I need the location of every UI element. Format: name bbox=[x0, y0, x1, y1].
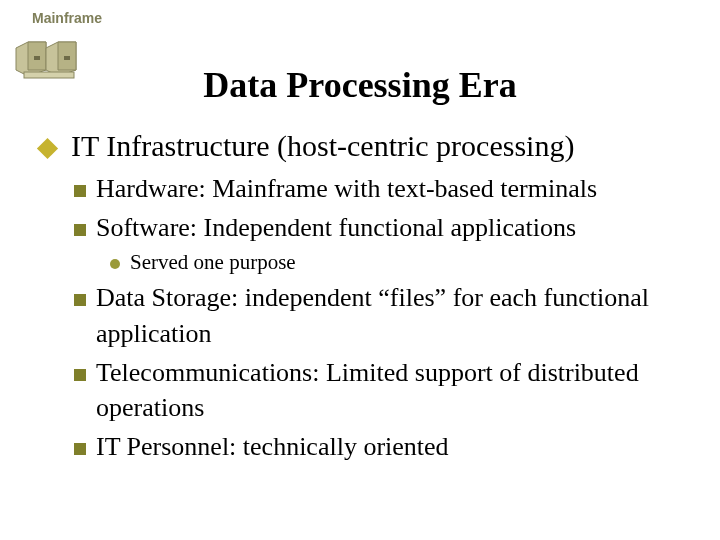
list-item: Hardware: Mainframe with text-based term… bbox=[74, 171, 690, 206]
square-bullet-icon bbox=[74, 429, 86, 464]
svg-rect-5 bbox=[64, 56, 70, 60]
bullet-list-level3: Served one purpose bbox=[110, 249, 690, 276]
svg-rect-6 bbox=[34, 56, 40, 60]
list-item: Software: Independent functional applica… bbox=[74, 210, 690, 245]
list-item: Telecommunications: Limited support of d… bbox=[74, 355, 690, 425]
bullet-text: Data Storage: independent “files” for ea… bbox=[96, 280, 690, 350]
bullet-list-level1: IT Infrastructure (host-centric processi… bbox=[40, 126, 690, 165]
slide-title: Data Processing Era bbox=[30, 64, 690, 106]
list-item: IT Personnel: technically oriented bbox=[74, 429, 690, 464]
dot-bullet-icon bbox=[110, 249, 120, 276]
list-item: IT Infrastructure (host-centric processi… bbox=[40, 126, 690, 165]
square-bullet-icon bbox=[74, 171, 86, 206]
bullet-text: IT Personnel: technically oriented bbox=[96, 429, 690, 464]
bullet-text: IT Infrastructure (host-centric processi… bbox=[71, 126, 690, 165]
bullet-list-level2: Data Storage: independent “files” for ea… bbox=[74, 280, 690, 463]
list-item: Data Storage: independent “files” for ea… bbox=[74, 280, 690, 350]
list-item: Served one purpose bbox=[110, 249, 690, 276]
square-bullet-icon bbox=[74, 280, 86, 350]
bullet-text: Software: Independent functional applica… bbox=[96, 210, 690, 245]
svg-rect-4 bbox=[24, 72, 74, 78]
bullet-text: Served one purpose bbox=[130, 249, 690, 276]
bullet-text: Hardware: Mainframe with text-based term… bbox=[96, 171, 690, 206]
bullet-list-level2: Hardware: Mainframe with text-based term… bbox=[74, 171, 690, 245]
square-bullet-icon bbox=[74, 210, 86, 245]
bullet-text: Telecommunications: Limited support of d… bbox=[96, 355, 690, 425]
slide: Mainframe Data Processing Era IT Infrast… bbox=[0, 0, 720, 540]
header-label: Mainframe bbox=[32, 10, 690, 26]
diamond-bullet-icon bbox=[40, 126, 61, 165]
square-bullet-icon bbox=[74, 355, 86, 425]
mainframe-icon bbox=[10, 36, 96, 82]
